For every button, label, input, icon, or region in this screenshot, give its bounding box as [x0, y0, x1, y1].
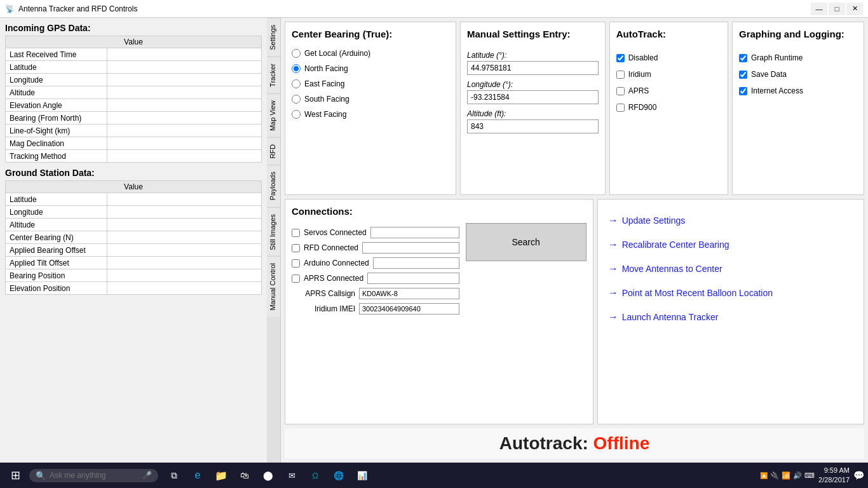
- arrow-icon-5: →: [608, 311, 618, 323]
- radio-get-local-input[interactable]: [292, 49, 301, 58]
- radio-west-facing-input[interactable]: [292, 110, 301, 119]
- table-row: Longitude: [6, 74, 262, 86]
- table-row: Longitude: [6, 206, 262, 219]
- center-bearing-options: Get Local (Arduino) North Facing East Fa…: [292, 49, 449, 119]
- graphing-runtime[interactable]: Graph Runtime: [739, 53, 857, 62]
- connections-title: Connections:: [292, 206, 587, 217]
- radio-east-facing[interactable]: East Facing: [292, 79, 449, 88]
- maximize-button[interactable]: □: [829, 3, 845, 15]
- radio-south-facing[interactable]: South Facing: [292, 95, 449, 104]
- action-move-antennas[interactable]: → Move Antennas to Center: [608, 257, 853, 281]
- radio-east-facing-input[interactable]: [292, 79, 301, 88]
- action-recalibrate[interactable]: → Recalibrate Center Bearing: [608, 233, 853, 257]
- gs-label-2: Altitude: [6, 219, 107, 231]
- aprs-callsign-input[interactable]: [359, 288, 459, 299]
- autotrack-disabled-checkbox[interactable]: [616, 54, 625, 62]
- autotrack-rfd900-checkbox[interactable]: [616, 104, 625, 112]
- minimize-button[interactable]: —: [811, 3, 827, 15]
- arduino-bar: [373, 257, 459, 269]
- gs-header: Value: [6, 181, 262, 193]
- gs-label-5: Applied Tilt Offset: [6, 257, 107, 269]
- arduino-label: Arduino Connected: [304, 259, 369, 268]
- autotrack-iridium[interactable]: Iridium: [616, 70, 721, 79]
- manual-settings-panel: Manual Settings Entry: Latitude (°): Lon…: [460, 22, 606, 195]
- table-row: Center Bearing (N): [6, 231, 262, 244]
- radio-north-facing-input[interactable]: [292, 64, 301, 73]
- longitude-input[interactable]: [467, 90, 599, 104]
- gps-value-5: [107, 112, 262, 125]
- radio-get-local-label: Get Local (Arduino): [304, 49, 370, 58]
- gps-value-7: [107, 137, 262, 150]
- aprs-checkbox[interactable]: [292, 274, 300, 283]
- search-button[interactable]: Search: [466, 223, 587, 261]
- tab-tracker[interactable]: Tracker: [267, 57, 280, 93]
- table-row: Bearing (From North): [6, 112, 262, 125]
- radio-north-facing[interactable]: North Facing: [292, 64, 449, 73]
- arduino-checkbox[interactable]: [292, 259, 300, 268]
- iridium-imei-input[interactable]: [359, 303, 459, 315]
- graphing-savedata-checkbox[interactable]: [739, 71, 747, 79]
- graphing-panel: Graphing and Logging: Graph Runtime Save…: [732, 22, 864, 195]
- action-update-settings[interactable]: → Update Settings: [608, 208, 853, 233]
- table-row: Applied Tilt Offset: [6, 257, 262, 269]
- right-panel: Center Bearing (True): Get Local (Arduin…: [281, 18, 868, 463]
- gps-value-6: [107, 125, 262, 137]
- gs-value-7: [107, 282, 262, 295]
- arrow-icon-3: →: [608, 263, 618, 274]
- app-title: Antenna Tracker and RFD Controls: [18, 4, 137, 13]
- autotrack-aprs[interactable]: APRS: [616, 86, 721, 95]
- rfd-checkbox[interactable]: [292, 244, 300, 252]
- title-bar: 📡 Antenna Tracker and RFD Controls — □ ✕: [0, 0, 868, 18]
- graphing-savedata[interactable]: Save Data: [739, 70, 857, 79]
- gps-label-5: Bearing (From North): [6, 112, 107, 125]
- close-button[interactable]: ✕: [846, 3, 863, 15]
- autotrack-iridium-checkbox[interactable]: [616, 71, 625, 79]
- graphing-savedata-label: Save Data: [751, 70, 787, 79]
- action-recalibrate-label: Recalibrate Center Bearing: [622, 240, 729, 250]
- aprs-label: APRS Connected: [304, 274, 363, 283]
- altitude-label: Altitude (ft):: [467, 109, 599, 118]
- autotrack-status-bar: Autotrack: Offline: [285, 428, 864, 459]
- servos-checkbox[interactable]: [292, 229, 300, 237]
- action-move-antennas-label: Move Antennas to Center: [622, 264, 722, 274]
- autotrack-aprs-checkbox[interactable]: [616, 87, 625, 95]
- gs-label-6: Bearing Position: [6, 269, 107, 282]
- center-bearing-panel: Center Bearing (True): Get Local (Arduin…: [285, 22, 456, 195]
- gps-value-3: [107, 86, 262, 99]
- gps-label-0: Last Received Time: [6, 48, 107, 61]
- bottom-row: Connections: Servos Connected RFD Connec…: [285, 199, 864, 424]
- autotrack-disabled-label: Disabled: [628, 53, 658, 62]
- gs-value-1: [107, 206, 262, 219]
- tab-manualcontrol[interactable]: Manual Control: [267, 256, 280, 317]
- gs-value-5: [107, 257, 262, 269]
- graphing-runtime-checkbox[interactable]: [739, 54, 747, 62]
- latitude-input[interactable]: [467, 61, 599, 75]
- action-launch-tracker[interactable]: → Launch Antenna Tracker: [608, 305, 853, 329]
- autotrack-rfd900[interactable]: RFD900: [616, 103, 721, 112]
- center-bearing-title: Center Bearing (True):: [292, 29, 449, 39]
- main-container: Incoming GPS Data: Value Last Received T…: [0, 18, 868, 463]
- graphing-internet[interactable]: Internet Access: [739, 86, 857, 95]
- radio-get-local[interactable]: Get Local (Arduino): [292, 49, 449, 58]
- tab-rfd[interactable]: RFD: [267, 137, 280, 165]
- gs-value-3: [107, 231, 262, 244]
- arrow-icon-1: →: [608, 215, 618, 226]
- iridium-imei-row: Iridium IMEI: [292, 303, 459, 315]
- tab-stillimages[interactable]: Still Images: [267, 207, 280, 257]
- altitude-input[interactable]: [467, 119, 599, 133]
- radio-west-facing[interactable]: West Facing: [292, 110, 449, 119]
- tab-mapview[interactable]: Map View: [267, 93, 280, 137]
- autotrack-disabled[interactable]: Disabled: [616, 53, 721, 62]
- action-point-balloon[interactable]: → Point at Most Recent Balloon Location: [608, 281, 853, 305]
- table-row: Elevation Angle: [6, 99, 262, 112]
- aprs-callsign-row: APRS Callsign: [292, 288, 459, 299]
- radio-south-facing-input[interactable]: [292, 95, 301, 104]
- graphing-internet-checkbox[interactable]: [739, 87, 747, 95]
- table-row: Altitude: [6, 219, 262, 231]
- arrow-icon-4: →: [608, 287, 618, 299]
- actions-panel: → Update Settings → Recalibrate Center B…: [597, 199, 864, 424]
- radio-east-facing-label: East Facing: [304, 79, 344, 88]
- iridium-imei-label: Iridium IMEI: [292, 304, 355, 313]
- tab-payloads[interactable]: Payloads: [267, 165, 280, 207]
- tab-settings[interactable]: Settings: [267, 18, 280, 57]
